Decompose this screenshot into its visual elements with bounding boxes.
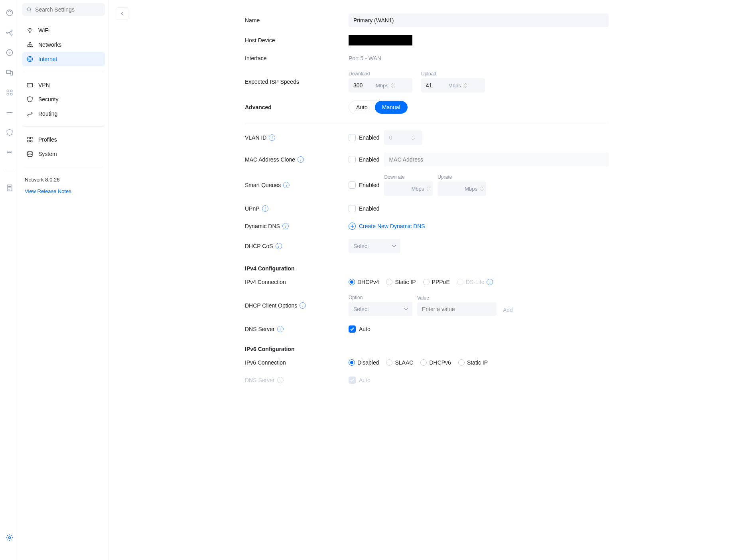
isp-speeds-label: Expected ISP Speeds	[245, 79, 349, 85]
vlan-enabled-checkbox[interactable]	[349, 134, 356, 141]
vpn-icon	[26, 81, 34, 89]
info-icon[interactable]: i	[282, 223, 289, 229]
download-heading: Download	[349, 71, 412, 77]
ipv6-disabled-radio[interactable]	[349, 359, 355, 366]
smartq-enabled-checkbox[interactable]	[349, 181, 356, 189]
svg-rect-8	[7, 90, 9, 92]
dhcpcos-select[interactable]: Select	[349, 239, 400, 253]
info-icon[interactable]: i	[298, 156, 304, 163]
sidebar-item-internet[interactable]: Internet	[22, 52, 105, 66]
svg-point-1	[6, 32, 8, 33]
downrate-heading: Downrate	[384, 174, 433, 180]
mac-enabled-checkbox[interactable]	[349, 156, 356, 163]
sidebar-item-security[interactable]: Security	[22, 92, 105, 106]
sidebar-item-wifi[interactable]: WiFi	[22, 23, 105, 37]
svg-point-26	[31, 140, 33, 142]
upnp-enabled-checkbox[interactable]	[349, 205, 356, 212]
vlan-value-input	[389, 134, 411, 141]
advanced-label: Advanced	[245, 104, 349, 110]
name-input[interactable]	[349, 14, 609, 27]
info-icon[interactable]: i	[300, 302, 306, 309]
spin-buttons	[411, 135, 415, 140]
unit-label: Mbps	[448, 83, 461, 89]
chevron-left-icon	[119, 11, 125, 16]
info-icon: i	[277, 377, 284, 383]
enabled-label: Enabled	[359, 134, 379, 141]
sidebar-item-system[interactable]: System	[22, 147, 105, 161]
dhcp-option-select[interactable]: Select	[349, 302, 412, 316]
ipv6-dhcp-radio[interactable]	[420, 359, 427, 366]
info-icon[interactable]: i	[277, 326, 284, 332]
rail-shield-icon[interactable]	[6, 128, 14, 136]
ipv6-slaac-radio[interactable]	[386, 359, 392, 366]
chevron-down-icon	[404, 307, 408, 312]
enabled-label: Enabled	[359, 205, 379, 212]
svg-point-18	[27, 46, 28, 47]
info-icon[interactable]: i	[262, 205, 268, 212]
ipv4-static-radio[interactable]	[386, 279, 392, 285]
dhcp-value-input[interactable]	[417, 302, 497, 316]
globe-icon	[26, 55, 34, 63]
sidebar-item-routing[interactable]: Routing	[22, 106, 105, 121]
svg-point-19	[30, 46, 31, 47]
svg-point-16	[30, 32, 30, 33]
back-button[interactable]	[116, 7, 128, 20]
rail-dashboard-icon[interactable]	[6, 9, 14, 17]
sidebar-item-networks[interactable]: Networks	[22, 37, 105, 52]
svg-point-5	[9, 52, 10, 53]
chevron-down-icon	[392, 244, 396, 248]
rail-disc-icon[interactable]	[6, 49, 14, 57]
vlan-value-box	[384, 130, 422, 145]
unit-label: Mbps	[376, 83, 388, 89]
ipv4-dhcp-radio[interactable]	[349, 279, 355, 285]
info-icon[interactable]: i	[283, 182, 290, 188]
advanced-auto-button[interactable]: Auto	[349, 101, 375, 114]
ipv4-pppoe-radio[interactable]	[423, 279, 430, 285]
svg-rect-25	[28, 140, 30, 142]
name-label: Name	[245, 17, 349, 24]
download-input-box[interactable]: Mbps	[349, 78, 412, 93]
ipv6-static-radio[interactable]	[458, 359, 465, 366]
spin-buttons[interactable]	[391, 83, 395, 88]
option-heading: Option	[349, 295, 412, 300]
sidebar-item-label: Networks	[38, 41, 61, 48]
uprate-heading: Uprate	[438, 174, 486, 180]
value-heading: Value	[417, 295, 497, 301]
download-input[interactable]	[353, 82, 376, 89]
dns-label: DNS Serveri	[245, 326, 349, 332]
dns-auto-checkbox[interactable]	[349, 325, 356, 333]
search-input[interactable]	[35, 6, 101, 13]
rail-notes-icon[interactable]	[6, 184, 14, 192]
rail-settings-icon[interactable]	[6, 534, 14, 542]
upload-input[interactable]	[426, 82, 448, 89]
create-ddns-link[interactable]: Create New Dynamic DNS	[349, 223, 425, 230]
sidebar-item-label: Internet	[38, 56, 57, 62]
ipv4-dslite-radio	[457, 279, 463, 285]
rail-clients-icon[interactable]	[6, 89, 14, 97]
routing-icon	[26, 110, 34, 117]
svg-point-17	[30, 42, 31, 43]
sidebar-item-label: VPN	[38, 82, 50, 88]
rail-insights-icon[interactable]	[6, 108, 14, 116]
spin-buttons[interactable]	[463, 83, 467, 88]
wifi-icon	[26, 27, 34, 34]
rail-topology-icon[interactable]	[6, 29, 14, 37]
search-box[interactable]	[22, 3, 105, 16]
sidebar-item-vpn[interactable]: VPN	[22, 78, 105, 92]
ipv6-section-header: IPv6 Configuration	[245, 338, 609, 354]
mac-label: MAC Address Clonei	[245, 156, 349, 163]
rail-devices-icon[interactable]	[6, 69, 14, 77]
rail-radio-icon[interactable]	[6, 148, 14, 156]
dns6-label: DNS Serveri	[245, 377, 349, 383]
sidebar-item-profiles[interactable]: Profiles	[22, 132, 105, 147]
advanced-manual-button[interactable]: Manual	[375, 101, 408, 114]
version-text: Network 8.0.26	[25, 177, 102, 183]
upload-input-box[interactable]: Mbps	[421, 78, 485, 93]
profiles-icon	[26, 136, 34, 143]
info-icon[interactable]: i	[487, 279, 493, 285]
info-icon[interactable]: i	[269, 134, 275, 141]
upnp-label: UPnPi	[245, 205, 349, 212]
info-icon[interactable]: i	[276, 243, 282, 249]
release-notes-link[interactable]: View Release Notes	[25, 188, 102, 194]
search-icon	[26, 6, 32, 13]
